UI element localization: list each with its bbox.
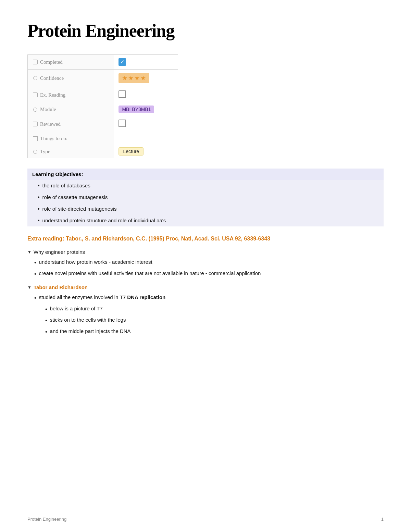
section-header-tabor: ▼ Tabor and Richardson [27, 284, 384, 290]
section-tabor-richardson: ▼ Tabor and Richardson studied all the e… [27, 284, 384, 337]
footer-label: Protein Engineering [27, 517, 66, 522]
learning-obj-2: role of cassette mutagenesis [27, 191, 384, 203]
prop-value-type[interactable]: Lecture [114, 145, 178, 158]
prop-label-confidence: Confidence [28, 70, 114, 87]
learning-obj-3: role of site-directed mutagenesis [27, 203, 384, 215]
section-why-engineer: ▼ Why engineer proteins understand how p… [27, 249, 384, 280]
why-engineer-list: understand how protein works - academic … [34, 257, 384, 280]
type-icon [33, 149, 38, 154]
learning-obj-1: the role of databases [27, 180, 384, 191]
property-row-completed: Completed ✓ [28, 55, 178, 70]
prop-label-reviewed: Reviewed [28, 116, 114, 132]
module-badge[interactable]: MBI BY3MB1 [119, 106, 154, 113]
type-badge[interactable]: Lecture [119, 147, 144, 156]
learning-objectives-section: Learning Objectives: the role of databas… [27, 169, 384, 226]
property-row-reviewed: Reviewed [28, 116, 178, 132]
why-engineer-item-1: understand how protein works - academic … [34, 257, 384, 268]
tabor-sub-item-2: sticks on to the cells with the legs [45, 315, 384, 326]
prop-value-reviewed[interactable] [114, 116, 178, 132]
checkbox-checked-completed[interactable]: ✓ [119, 58, 126, 66]
prop-label-ex-reading: Ex. Reading [28, 87, 114, 103]
prop-label-things-to-do: Things to do: [28, 132, 114, 145]
things-to-do-icon [33, 136, 38, 141]
page-footer: Protein Engineering 1 [27, 517, 384, 522]
tabor-sub-item-1: below is a picture of T7 [45, 304, 384, 315]
property-row-module: Module MBI BY3MB1 [28, 103, 178, 116]
property-row-confidence: Confidence ★ ★ ★ ★ [28, 70, 178, 87]
learning-objectives-header: Learning Objectives: [27, 169, 384, 180]
stars-container[interactable]: ★ ★ ★ ★ [119, 73, 149, 83]
prop-value-module[interactable]: MBI BY3MB1 [114, 103, 178, 116]
triangle-icon-1: ▼ [27, 250, 32, 255]
ex-reading-icon [33, 92, 38, 98]
star-1: ★ [122, 74, 127, 82]
confidence-icon [33, 75, 38, 81]
star-2: ★ [128, 74, 134, 82]
tabor-sub-item-3: and the middle part injects the DNA [45, 326, 384, 337]
star-4: ★ [140, 74, 146, 82]
checkbox-empty-reviewed[interactable] [119, 120, 126, 127]
page-title: Protein Engineering [27, 21, 384, 41]
learning-objectives-list: the role of databases role of cassette m… [27, 180, 384, 226]
triangle-icon-2: ▼ [27, 285, 32, 290]
prop-value-confidence[interactable]: ★ ★ ★ ★ [114, 70, 178, 87]
extra-reading: Extra reading: Tabor., S. and Richardson… [27, 235, 384, 243]
why-engineer-item-2: create novel proteins with useful activi… [34, 268, 384, 280]
prop-label-module: Module [28, 103, 114, 116]
property-row-type: Type Lecture [28, 145, 178, 158]
star-3: ★ [134, 74, 140, 82]
prop-value-ex-reading[interactable] [114, 87, 178, 103]
tabor-item-1: studied all the enzymes involved in T7 D… [34, 292, 384, 304]
prop-label-completed: Completed [28, 55, 114, 70]
reviewed-icon [33, 121, 38, 127]
checkbox-empty-ex-reading[interactable] [119, 90, 126, 98]
prop-label-type: Type [28, 145, 114, 158]
properties-table: Completed ✓ Confidence ★ ★ [27, 54, 178, 158]
footer-page: 1 [381, 517, 384, 522]
tabor-list: studied all the enzymes involved in T7 D… [34, 292, 384, 304]
section-header-why-engineer: ▼ Why engineer proteins [27, 249, 384, 255]
module-icon [33, 107, 38, 112]
property-row-things-to-do: Things to do: [28, 132, 178, 145]
learning-obj-4: understand protein structure and role of… [27, 215, 384, 226]
property-row-ex-reading: Ex. Reading [28, 87, 178, 103]
tabor-sub-list: below is a picture of T7 sticks on to th… [45, 304, 384, 337]
prop-value-completed[interactable]: ✓ [114, 55, 178, 70]
prop-value-things-to-do[interactable] [114, 132, 178, 145]
completed-icon [33, 59, 38, 65]
